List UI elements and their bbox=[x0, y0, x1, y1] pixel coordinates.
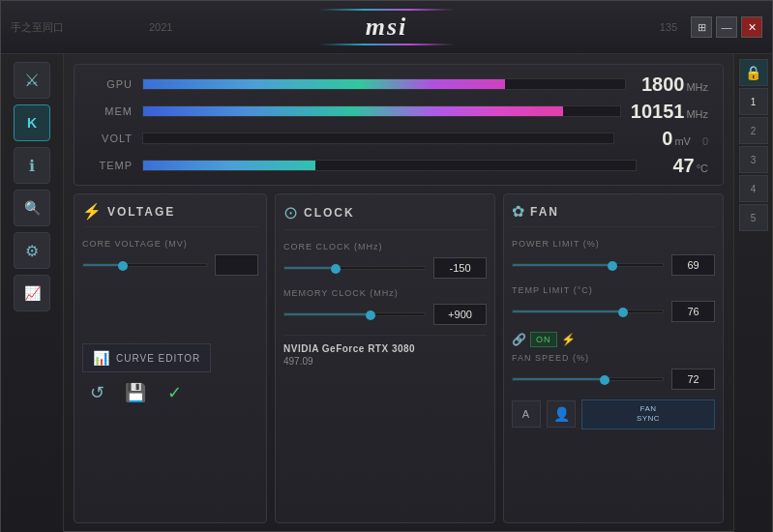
app-window: 手之至同口 2021 msi 135 ⊞ — ✕ ⚔ K ℹ 🔍 ⚙ 📈 bbox=[0, 0, 773, 532]
clock-header: ⊙ CLOCK bbox=[283, 202, 487, 230]
clock-title: CLOCK bbox=[304, 206, 355, 220]
fan-icon: ✿ bbox=[512, 202, 524, 221]
minimize-button[interactable]: — bbox=[716, 16, 737, 38]
core-clock-slider-row: -150 bbox=[283, 257, 487, 279]
volt-number: 0 bbox=[624, 128, 672, 150]
temp-limit-slider[interactable] bbox=[512, 310, 664, 313]
maximize-button[interactable]: ⊞ bbox=[691, 16, 712, 38]
sidebar-icon-monitor[interactable]: 📈 bbox=[14, 275, 50, 311]
mem-clock-value[interactable]: +900 bbox=[433, 304, 487, 325]
gpu-name: NVIDIA GeForce RTX 3080 bbox=[283, 343, 415, 354]
temp-limit-value: 76 bbox=[671, 301, 715, 322]
core-voltage-group: CORE VOLTAGE (MV) bbox=[82, 239, 258, 276]
power-limit-value: 69 bbox=[671, 254, 715, 276]
sidebar-icon-settings[interactable]: ⚙ bbox=[14, 232, 50, 269]
fan-speed-label: FAN SPEED (%) bbox=[512, 353, 715, 363]
on-button[interactable]: ON bbox=[530, 332, 557, 347]
curve-editor-button[interactable]: 📊 CURVE EDITOR bbox=[82, 343, 211, 372]
profile-3-button[interactable]: 3 bbox=[739, 146, 768, 173]
clock-icon: ⊙ bbox=[283, 202, 298, 223]
profile-2-button[interactable]: 2 bbox=[739, 117, 768, 144]
text-profile-button[interactable]: A bbox=[512, 400, 541, 428]
fan-title: FAN bbox=[530, 205, 559, 219]
fan-sync-button[interactable]: FANSYNC bbox=[581, 399, 715, 429]
close-button[interactable]: ✕ bbox=[741, 16, 762, 38]
mem-clock-slider[interactable] bbox=[283, 312, 426, 316]
mem-bar bbox=[143, 106, 563, 116]
volt-label: VOLT bbox=[89, 133, 133, 144]
core-clock-slider[interactable] bbox=[283, 266, 426, 270]
temp-bar bbox=[143, 161, 315, 170]
mem-label: MEM bbox=[89, 105, 133, 117]
sidebar-icon-info[interactable]: ℹ bbox=[14, 147, 50, 184]
fan-speed-slider[interactable] bbox=[512, 377, 664, 381]
fan-bottom-row: A 👤 FANSYNC bbox=[512, 399, 715, 429]
fan-speed-group: FAN SPEED (%) 72 bbox=[512, 353, 715, 390]
title-bar-controls: 135 ⊞ — ✕ bbox=[660, 16, 762, 38]
bottom-panel: ⚡ VOLTAGE CORE VOLTAGE (MV) bbox=[74, 193, 724, 523]
temp-label: TEMP bbox=[89, 160, 133, 171]
sidebar-icon-k[interactable]: K bbox=[14, 104, 50, 141]
core-voltage-slider[interactable] bbox=[82, 263, 207, 267]
lock-button[interactable]: 🔒 bbox=[739, 59, 768, 86]
msi-logo: msi bbox=[366, 13, 408, 42]
reset-button[interactable]: ↺ bbox=[82, 378, 111, 407]
gpu-bar-container bbox=[142, 78, 626, 90]
core-clock-group: CORE CLOCK (MHz) -150 bbox=[283, 242, 487, 279]
power-limit-slider[interactable] bbox=[512, 263, 664, 267]
title-date: 2021 bbox=[149, 21, 172, 33]
mem-value: 10151 MHz bbox=[631, 101, 708, 123]
power-limit-group: POWER LIMIT (%) 69 bbox=[512, 239, 715, 276]
mem-clock-slider-row: +900 bbox=[283, 304, 487, 325]
core-voltage-label: CORE VOLTAGE (MV) bbox=[82, 239, 258, 249]
voltage-header: ⚡ VOLTAGE bbox=[82, 202, 258, 227]
gpu-unit: MHz bbox=[686, 81, 708, 93]
temp-limit-label: TEMP LIMIT (°C) bbox=[512, 285, 715, 295]
clock-section: ⊙ CLOCK CORE CLOCK (MHz) -150 bbox=[275, 193, 495, 523]
temp-bar-container bbox=[142, 160, 637, 171]
sidebar-icon-search[interactable]: 🔍 bbox=[14, 190, 50, 226]
mem-gauge-row: MEM 10151 MHz bbox=[89, 102, 708, 121]
core-voltage-slider-row bbox=[82, 254, 258, 276]
apply-button[interactable]: ✓ bbox=[160, 378, 189, 407]
bottom-toolbar: ↺ 💾 ✓ bbox=[82, 372, 258, 407]
fan-speed-slider-row: 72 bbox=[512, 369, 715, 390]
title-bar-left: 手之至同口 2021 bbox=[11, 20, 172, 35]
gpu-number: 1800 bbox=[636, 74, 684, 96]
fan-section: ✿ FAN POWER LIMIT (%) 69 bbox=[503, 193, 724, 523]
title-bar: 手之至同口 2021 msi 135 ⊞ — ✕ bbox=[1, 1, 772, 54]
voltage-title: VOLTAGE bbox=[107, 205, 175, 219]
profile-4-button[interactable]: 4 bbox=[739, 175, 768, 202]
sidebar-icon-sword[interactable]: ⚔ bbox=[14, 62, 50, 99]
gpu-value: 1800 MHz bbox=[636, 74, 708, 96]
fan-header: ✿ FAN bbox=[512, 202, 715, 227]
bolt-icon: ⚡ bbox=[561, 333, 576, 346]
core-clock-value[interactable]: -150 bbox=[433, 257, 487, 279]
gpu-bar bbox=[143, 79, 505, 89]
temp-limit-group: TEMP LIMIT (°C) 76 bbox=[512, 285, 715, 322]
temp-value: 47 °C bbox=[646, 155, 708, 177]
title-left-text: 手之至同口 bbox=[11, 20, 64, 35]
mem-unit: MHz bbox=[686, 108, 708, 120]
voltage-icon: ⚡ bbox=[82, 202, 102, 221]
temp-gauge-row: TEMP 47 °C bbox=[89, 156, 708, 175]
volt-gauge-row: VOLT 0 mV 0 bbox=[89, 129, 708, 148]
gpu-subval: 497.09 bbox=[283, 356, 313, 367]
gpu-info-row: NVIDIA GeForce RTX 3080 497.09 bbox=[283, 335, 487, 367]
voltage-section: ⚡ VOLTAGE CORE VOLTAGE (MV) bbox=[74, 193, 267, 523]
user-profile-button[interactable]: 👤 bbox=[547, 400, 576, 428]
save-button[interactable]: 💾 bbox=[121, 378, 150, 407]
mem-clock-label: MEMORY CLOCK (MHz) bbox=[283, 288, 487, 298]
title-bar-center: msi bbox=[319, 9, 455, 45]
volt-extra: 0 bbox=[702, 135, 708, 147]
left-sidebar: ⚔ K ℹ 🔍 ⚙ 📈 bbox=[1, 54, 64, 532]
profile-1-button[interactable]: 1 bbox=[739, 88, 768, 115]
volt-bar-container bbox=[142, 133, 614, 144]
mem-clock-group: MEMORY CLOCK (MHz) +900 bbox=[283, 288, 487, 325]
temp-limit-slider-row: 76 bbox=[512, 301, 715, 322]
core-voltage-value bbox=[215, 254, 258, 276]
curve-editor-label: CURVE EDITOR bbox=[116, 353, 200, 364]
profile-5-button[interactable]: 5 bbox=[739, 204, 768, 231]
core-clock-label: CORE CLOCK (MHz) bbox=[283, 242, 487, 251]
mem-number: 10151 bbox=[631, 101, 685, 123]
